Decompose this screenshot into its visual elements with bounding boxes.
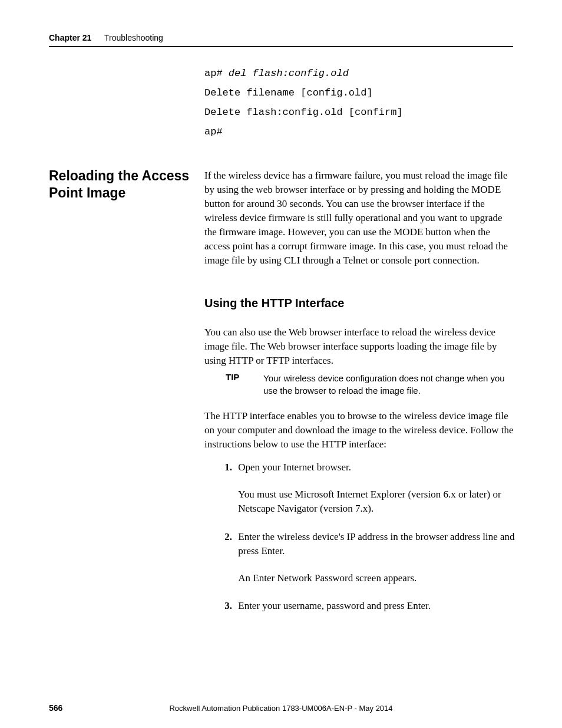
body-paragraph: You can also use the Web browser interfa… (204, 325, 517, 368)
ordered-step: 1. Open your Internet browser. You must … (219, 460, 517, 516)
publication-footer: Rockwell Automation Publication 1783-UM0… (0, 704, 562, 713)
tip-text: Your wireless device configuration does … (263, 372, 511, 397)
header-rule (49, 46, 513, 47)
step-body: Enter your username, password and press … (238, 599, 515, 613)
document-page: Chapter 21 Troubleshooting ap# del flash… (0, 0, 562, 728)
step-number: 3. (219, 599, 232, 613)
code-line: Delete filename [config.old] (204, 83, 403, 103)
chapter-title: Troubleshooting (104, 33, 163, 42)
body-paragraph: The HTTP interface enables you to browse… (204, 409, 517, 452)
ordered-step: 3. Enter your username, password and pre… (219, 599, 517, 613)
chapter-label: Chapter 21 (49, 33, 91, 42)
running-header: Chapter 21 Troubleshooting (49, 33, 513, 42)
tip-label: TIP (226, 372, 261, 382)
code-line: Delete flash:config.old [confirm] (204, 103, 403, 122)
code-block: ap# del flash:config.old Delete filename… (204, 64, 403, 141)
tip-callout: TIP Your wireless device configuration d… (226, 372, 517, 397)
section-heading: Reloading the Access Point Image (49, 167, 193, 202)
code-line: ap# del flash:config.old (204, 64, 403, 83)
ordered-step: 2. Enter the wireless device's IP addres… (219, 530, 517, 585)
body-paragraph: If the wireless device has a firmware fa… (204, 169, 517, 268)
step-body: Enter the wireless device's IP address i… (238, 530, 515, 585)
subsection-heading: Using the HTTP Interface (204, 297, 344, 310)
step-number: 1. (219, 460, 232, 475)
step-number: 2. (219, 530, 232, 544)
step-body: Open your Internet browser. You must use… (238, 460, 515, 516)
code-line: ap# (204, 122, 403, 141)
